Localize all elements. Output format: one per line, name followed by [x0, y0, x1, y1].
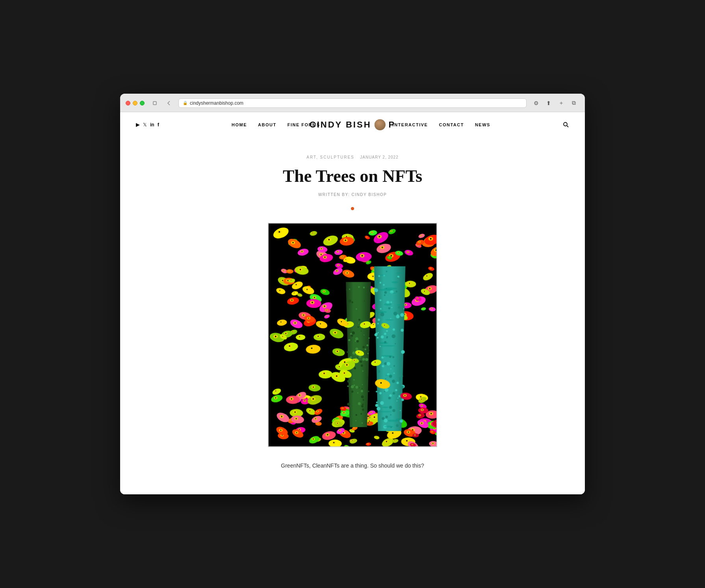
new-tab-button[interactable]: ＋ — [556, 98, 567, 109]
post-divider — [183, 205, 522, 212]
facebook-icon[interactable]: f — [158, 122, 159, 128]
browser-nav — [150, 99, 174, 107]
post-categories: ART, SCULPTURES — [306, 155, 354, 159]
site-main: ART, SCULPTURES JANUARY 2, 2022 The Tree… — [175, 137, 530, 494]
minimize-button[interactable] — [133, 101, 137, 105]
window-controls[interactable] — [150, 99, 161, 107]
share-icon[interactable]: ⬆ — [543, 98, 554, 109]
nav-about[interactable]: ABOUT — [258, 122, 276, 127]
browser-chrome: 🔒 cindyshermanbishop.com ⚙ ⬆ ＋ ⧉ — [120, 94, 585, 112]
logo-text-before: CINDY BISH — [310, 120, 371, 130]
post-image-wrapper — [183, 223, 522, 447]
linkedin-icon[interactable]: in — [150, 122, 154, 128]
traffic-lights — [126, 101, 145, 105]
lock-icon: 🔒 — [183, 101, 187, 105]
nav-right: INTERACTIVE CONTACT NEWS — [393, 122, 490, 127]
logo-avatar — [375, 119, 386, 130]
browser-actions: ⚙ ⬆ ＋ ⧉ — [531, 98, 579, 109]
nav-left: HOME ABOUT FINE FORMS — [232, 122, 320, 127]
nav-news[interactable]: NEWS — [475, 122, 490, 127]
tabs-overview-button[interactable]: ⧉ — [568, 98, 579, 109]
site-logo[interactable]: CINDY BISH P — [310, 119, 395, 130]
post-excerpt: GreenNFTs, CleanNFTs are a thing. So sho… — [234, 461, 471, 471]
post-image — [268, 223, 437, 447]
nav-interactive[interactable]: INTERACTIVE — [393, 122, 428, 127]
search-button[interactable] — [563, 122, 569, 128]
address-bar[interactable]: 🔒 cindyshermanbishop.com — [178, 98, 527, 108]
post-author: WRITTEN BY: CINDY BISHOP — [183, 192, 522, 197]
post-title: The Trees on NFTs — [183, 166, 522, 187]
fullscreen-button[interactable] — [140, 101, 145, 105]
logo-avatar-image — [375, 119, 386, 130]
extensions-icon[interactable]: ⚙ — [531, 98, 542, 109]
youtube-icon[interactable]: ▶ — [136, 122, 140, 128]
author-label: WRITTEN BY: — [318, 192, 350, 197]
close-button[interactable] — [126, 101, 130, 105]
logo-text-after: P — [389, 120, 396, 130]
post-meta: ART, SCULPTURES JANUARY 2, 2022 — [183, 153, 522, 160]
back-button[interactable] — [163, 99, 174, 107]
svg-line-2 — [567, 126, 568, 127]
social-icons: ▶ 𝕏 in f — [136, 122, 159, 128]
site-header: ▶ 𝕏 in f HOME ABOUT FINE FORMS CINDY BIS… — [120, 112, 585, 137]
website-content: ▶ 𝕏 in f HOME ABOUT FINE FORMS CINDY BIS… — [120, 112, 585, 494]
url-text: cindyshermanbishop.com — [190, 100, 243, 106]
author-name: CINDY BISHOP — [352, 192, 387, 197]
twitter-icon[interactable]: 𝕏 — [143, 122, 147, 128]
nav-home[interactable]: HOME — [232, 122, 247, 127]
svg-rect-0 — [153, 102, 156, 105]
nav-contact[interactable]: CONTACT — [439, 122, 464, 127]
post-date: JANUARY 2, 2022 — [360, 155, 398, 159]
divider-dot — [351, 207, 354, 210]
browser-window: 🔒 cindyshermanbishop.com ⚙ ⬆ ＋ ⧉ ▶ 𝕏 in … — [120, 94, 585, 494]
svg-point-1 — [564, 122, 567, 126]
